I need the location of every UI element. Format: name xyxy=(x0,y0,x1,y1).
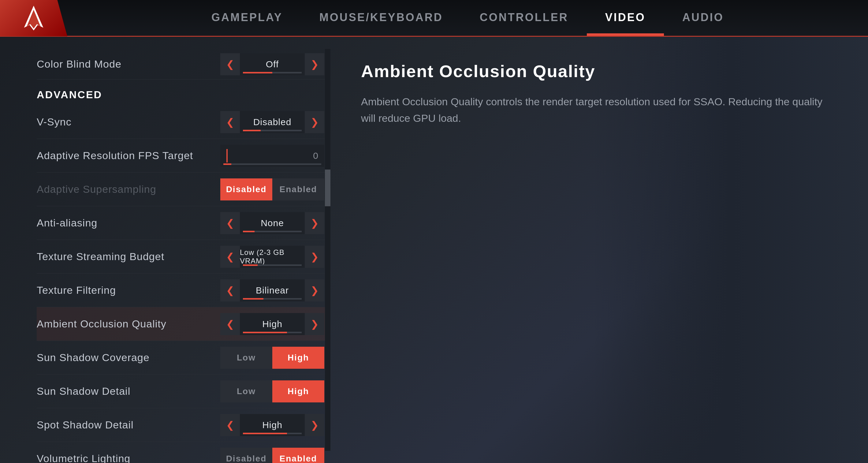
texture-filtering-prev-button[interactable]: ❮ xyxy=(220,279,240,302)
texture-filtering-next-button[interactable]: ❯ xyxy=(305,279,324,302)
setting-row-texture-filtering: Texture Filtering ❮ Bilinear ❯ xyxy=(37,274,331,307)
volumetric-lighting-control: Disabled Enabled xyxy=(220,448,324,463)
nav-tabs: GAMEPLAY MOUSE/KEYBOARD CONTROLLER VIDEO… xyxy=(67,0,868,36)
adaptive-supersampling-control: Disabled Enabled xyxy=(220,178,324,200)
spot-shadow-detail-control: ❮ High ❯ xyxy=(220,414,324,436)
logo-area xyxy=(0,0,67,36)
vsync-bar-fill xyxy=(243,130,261,131)
anti-aliasing-bar-fill xyxy=(243,231,254,232)
advanced-section-header: ADVANCED xyxy=(37,80,331,105)
tab-video[interactable]: VIDEO xyxy=(587,0,664,36)
texture-streaming-next-button[interactable]: ❯ xyxy=(305,246,324,268)
info-title: Ambient Occlusion Quality xyxy=(361,61,837,81)
texture-streaming-bar xyxy=(243,265,302,266)
anti-aliasing-next-button[interactable]: ❯ xyxy=(305,212,324,234)
setting-row-adaptive-supersampling: Adaptive Supersampling Disabled Enabled xyxy=(37,173,331,206)
volumetric-lighting-label: Volumetric Lighting xyxy=(37,453,220,463)
scrollbar[interactable] xyxy=(325,49,331,451)
color-blind-next-button[interactable]: ❯ xyxy=(305,53,324,75)
spot-shadow-detail-bar-fill xyxy=(243,433,287,434)
vsync-control: ❮ Disabled ❯ xyxy=(220,111,324,133)
volumetric-lighting-disabled-button[interactable]: Disabled xyxy=(220,448,272,463)
spot-shadow-detail-next-button[interactable]: ❯ xyxy=(305,414,324,436)
nav-bar: GAMEPLAY MOUSE/KEYBOARD CONTROLLER VIDEO… xyxy=(0,0,868,37)
adaptive-resolution-bar-fill xyxy=(223,163,231,165)
tab-audio[interactable]: AUDIO xyxy=(664,0,742,36)
vsync-value-display: Disabled xyxy=(240,111,305,133)
color-blind-value-display: Off xyxy=(240,53,305,75)
adaptive-resolution-bar xyxy=(223,163,321,165)
tab-gameplay[interactable]: GAMEPLAY xyxy=(193,0,301,36)
texture-filtering-value: Bilinear xyxy=(256,285,289,296)
texture-filtering-label: Texture Filtering xyxy=(37,284,220,296)
texture-filtering-value-display: Bilinear xyxy=(240,279,305,302)
texture-filtering-bar-fill xyxy=(243,298,264,300)
color-blind-bar-fill xyxy=(243,72,272,73)
advanced-label: ADVANCED xyxy=(37,89,102,100)
vsync-label: V-Sync xyxy=(37,116,220,128)
input-cursor xyxy=(226,149,228,162)
info-description: Ambient Occlusion Quality controls the r… xyxy=(361,93,837,127)
anti-aliasing-bar xyxy=(243,231,302,232)
color-blind-mode-control: ❮ Off ❯ xyxy=(220,53,324,75)
texture-streaming-prev-button[interactable]: ❮ xyxy=(220,246,240,268)
color-blind-value: Off xyxy=(266,59,279,69)
setting-row-spot-shadow-detail: Spot Shadow Detail ❮ High ❯ xyxy=(37,408,331,442)
vsync-next-button[interactable]: ❯ xyxy=(305,111,324,133)
color-blind-prev-button[interactable]: ❮ xyxy=(220,53,240,75)
color-blind-mode-label: Color Blind Mode xyxy=(37,58,220,70)
spot-shadow-detail-prev-button[interactable]: ❮ xyxy=(220,414,240,436)
texture-streaming-value-display: Low (2-3 GB VRAM) xyxy=(240,246,305,268)
setting-row-texture-streaming: Texture Streaming Budget ❮ Low (2-3 GB V… xyxy=(37,240,331,274)
texture-streaming-label: Texture Streaming Budget xyxy=(37,251,220,263)
scrollbar-thumb[interactable] xyxy=(325,169,331,206)
vsync-prev-button[interactable]: ❮ xyxy=(220,111,240,133)
tab-controller[interactable]: CONTROLLER xyxy=(461,0,587,36)
ambient-occlusion-control: ❮ High ❯ xyxy=(220,313,324,335)
sun-shadow-coverage-label: Sun Shadow Coverage xyxy=(37,351,220,364)
anti-aliasing-prev-button[interactable]: ❮ xyxy=(220,212,240,234)
ambient-occlusion-value: High xyxy=(262,319,282,329)
anti-aliasing-label: Anti-aliasing xyxy=(37,217,220,229)
anti-aliasing-control: ❮ None ❯ xyxy=(220,212,324,234)
ambient-occlusion-next-button[interactable]: ❯ xyxy=(305,313,324,335)
ambient-occlusion-bar xyxy=(243,332,302,333)
sun-shadow-coverage-low-button[interactable]: Low xyxy=(220,347,272,369)
sun-shadow-coverage-high-button[interactable]: High xyxy=(272,347,324,369)
vsync-bar xyxy=(243,130,302,131)
adaptive-resolution-value: 0 xyxy=(313,151,318,161)
main-content: Color Blind Mode ❮ Off ❯ ADVANCED V-Sync… xyxy=(0,37,868,463)
color-blind-bar xyxy=(243,72,302,73)
sun-shadow-detail-low-button[interactable]: Low xyxy=(220,380,272,402)
spot-shadow-detail-label: Spot Shadow Detail xyxy=(37,419,220,431)
tab-mouse-keyboard[interactable]: MOUSE/KEYBOARD xyxy=(301,0,461,36)
ambient-occlusion-label: Ambient Occlusion Quality xyxy=(37,318,220,330)
spot-shadow-detail-value-display: High xyxy=(240,414,305,436)
adaptive-supersampling-disabled-button[interactable]: Disabled xyxy=(220,178,272,200)
settings-panel: Color Blind Mode ❮ Off ❯ ADVANCED V-Sync… xyxy=(0,37,331,463)
texture-filtering-control: ❮ Bilinear ❯ xyxy=(220,279,324,302)
adaptive-supersampling-enabled-button[interactable]: Enabled xyxy=(272,178,324,200)
anti-aliasing-value: None xyxy=(261,218,284,228)
setting-row-anti-aliasing: Anti-aliasing ❮ None ❯ xyxy=(37,206,331,240)
adaptive-resolution-label: Adaptive Resolution FPS Target xyxy=(37,150,220,161)
info-panel: Ambient Occlusion Quality Ambient Occlus… xyxy=(331,37,868,463)
spot-shadow-detail-value: High xyxy=(262,420,282,430)
adaptive-supersampling-label: Adaptive Supersampling xyxy=(37,183,220,195)
setting-row-sun-shadow-detail: Sun Shadow Detail Low High xyxy=(37,375,331,408)
setting-row-sun-shadow-coverage: Sun Shadow Coverage Low High xyxy=(37,341,331,375)
setting-row-vsync: V-Sync ❮ Disabled ❯ xyxy=(37,105,331,139)
anti-aliasing-value-display: None xyxy=(240,212,305,234)
vsync-value: Disabled xyxy=(253,117,291,127)
apex-logo-icon xyxy=(20,4,48,32)
adaptive-resolution-input[interactable]: 0 xyxy=(220,145,324,167)
texture-streaming-bar-fill xyxy=(243,265,258,266)
ambient-occlusion-prev-button[interactable]: ❮ xyxy=(220,313,240,335)
setting-row-ambient-occlusion: Ambient Occlusion Quality ❮ High ❯ xyxy=(37,307,331,341)
sun-shadow-coverage-control: Low High xyxy=(220,347,324,369)
sun-shadow-detail-high-button[interactable]: High xyxy=(272,380,324,402)
ambient-occlusion-bar-fill xyxy=(243,332,287,333)
texture-filtering-bar xyxy=(243,298,302,300)
volumetric-lighting-enabled-button[interactable]: Enabled xyxy=(272,448,324,463)
setting-row-color-blind-mode: Color Blind Mode ❮ Off ❯ xyxy=(37,49,331,80)
